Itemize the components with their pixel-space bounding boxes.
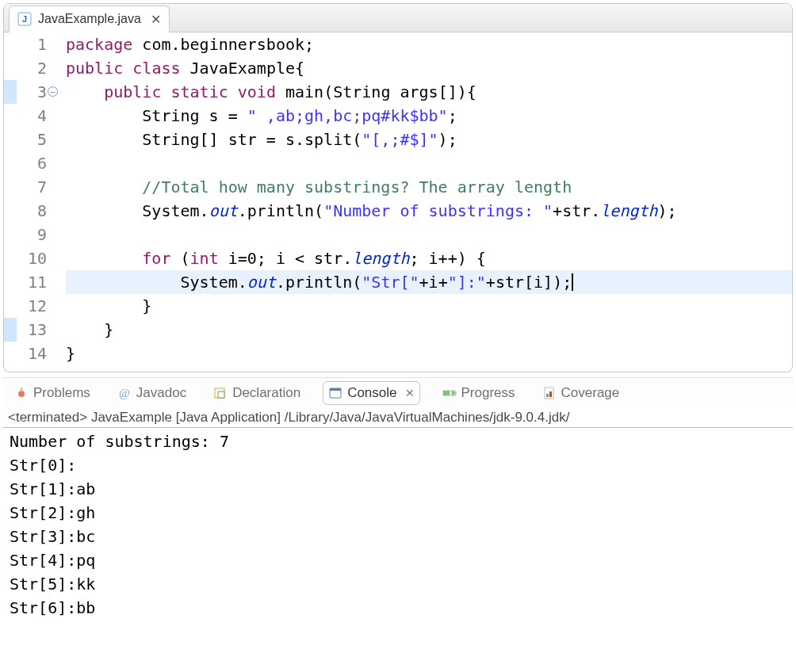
code-line[interactable]: System.out.println("Number of substrings… [66,199,792,223]
svg-text:J: J [22,14,27,24]
line-number: 7 [17,175,47,199]
line-number: 11 [17,270,47,294]
line-number: 13 [17,318,47,342]
editor-tabbar: J JavaExample.java ✕ [4,4,792,32]
progress-icon [442,386,457,400]
code-lines[interactable]: package com.beginnersbook;public class J… [66,32,792,365]
tab-javadoc-label: Javadoc [136,385,186,401]
line-number: 6 [17,151,47,175]
file-tab[interactable]: J JavaExample.java ✕ [9,6,170,32]
code-line[interactable]: public static void main(String args[]){ [66,80,792,104]
svg-point-2 [18,391,25,397]
line-number: 12 [17,294,47,318]
code-line[interactable] [66,151,792,175]
code-line[interactable]: String s = " ,ab;gh,bc;pq#kk$bb"; [66,104,792,128]
line-number: 1 [17,32,47,56]
console-output[interactable]: Number of substrings: 7 Str[0]: Str[1]:a… [3,428,793,621]
console-status: <terminated> JavaExample [Java Applicati… [3,408,793,428]
declaration-icon [213,386,228,400]
svg-text:@: @ [119,387,130,399]
fold-toggle-icon[interactable]: – [48,86,58,97]
svg-rect-13 [546,394,549,397]
line-number: 8 [17,199,47,223]
tab-declaration-label: Declaration [232,385,300,401]
code-line[interactable]: String[] str = s.split("[,;#$]"); [66,128,792,151]
tab-coverage-label: Coverage [561,385,620,401]
svg-rect-10 [443,391,450,395]
problems-icon [14,386,29,400]
code-line[interactable]: //Total how many substrings? The array l… [66,175,792,199]
code-line[interactable]: public class JavaExample{ [66,56,792,80]
svg-rect-14 [549,391,552,397]
tab-progress[interactable]: Progress [438,382,520,404]
console-icon [328,386,343,400]
tab-problems-label: Problems [33,385,90,401]
svg-rect-3 [21,388,22,391]
tab-coverage[interactable]: Coverage [538,382,625,404]
code-line[interactable]: System.out.println("Str["+i+"]:"+str[i])… [66,270,792,294]
tab-progress-label: Progress [461,385,515,401]
tab-problems[interactable]: Problems [10,382,95,404]
line-number: 3– [17,80,47,104]
line-number: 14 [17,342,47,365]
close-icon[interactable]: ✕ [147,12,161,27]
code-line[interactable]: } [66,318,792,342]
line-number: 2 [17,56,47,80]
code-line[interactable]: } [66,342,792,365]
close-icon[interactable]: ✕ [402,387,415,399]
svg-rect-12 [545,388,553,399]
line-number: 10 [17,246,47,270]
view-tabs: Problems @ Javadoc Declaration Console ✕ [3,377,793,408]
code-line[interactable]: package com.beginnersbook; [66,32,792,56]
code-line[interactable] [66,223,792,246]
svg-rect-6 [218,391,224,398]
coverage-icon [542,386,557,400]
tab-javadoc[interactable]: @ Javadoc [113,382,191,404]
tab-console[interactable]: Console ✕ [323,381,419,405]
svg-rect-8 [330,388,341,391]
code-line[interactable]: } [66,294,792,318]
javadoc-icon: @ [117,386,132,400]
java-file-icon: J [17,12,32,26]
line-number: 9 [17,223,47,246]
line-gutter: 123–4567891011121314 [17,32,52,365]
line-number: 4 [17,104,47,128]
code-line[interactable]: for (int i=0; i < str.length; i++) { [66,246,792,270]
tab-console-label: Console [347,385,396,401]
bottom-panel: Problems @ Javadoc Declaration Console ✕ [3,377,793,621]
file-tab-label: JavaExample.java [38,12,141,26]
editor-pane: J JavaExample.java ✕ 123–456789101112131… [3,3,793,372]
code-editor[interactable]: 123–4567891011121314 package com.beginne… [4,32,792,372]
tab-declaration[interactable]: Declaration [209,382,305,404]
line-number: 5 [17,128,47,151]
